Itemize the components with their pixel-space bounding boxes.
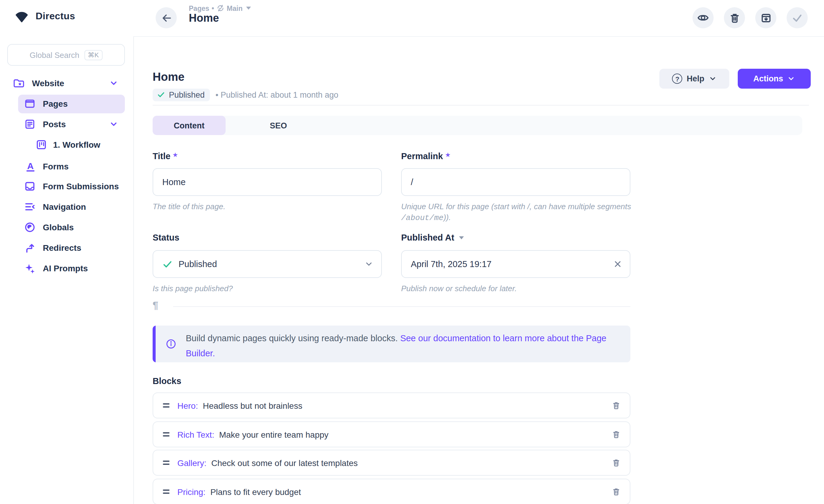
delete-block-button[interactable] xyxy=(611,429,621,439)
version-sync-icon xyxy=(217,4,224,12)
tab-bar: Content SEO xyxy=(152,116,802,135)
sidebar-item-posts[interactable]: Posts xyxy=(0,115,133,134)
published-at-input[interactable]: April 7th, 2025 19:17 xyxy=(401,250,630,278)
kanban-icon xyxy=(35,139,47,150)
header-divider xyxy=(152,105,809,106)
window-icon xyxy=(24,98,35,109)
status-select[interactable]: Published xyxy=(152,250,382,278)
tab-content[interactable]: Content xyxy=(152,116,226,135)
chevron-down-icon xyxy=(709,75,716,83)
block-row-gallery[interactable]: Gallery: Check out some of our latest te… xyxy=(152,450,630,476)
sidebar-item-label: Form Submissions xyxy=(43,181,119,191)
sidebar-item-label: Website xyxy=(32,78,64,88)
status-select-value: Published xyxy=(179,259,217,269)
sidebar-item-navigation[interactable]: Navigation xyxy=(0,198,133,216)
redirect-arrow-icon xyxy=(24,242,35,254)
sidebar-item-label: Navigation xyxy=(43,202,86,212)
title-input[interactable]: Home xyxy=(152,168,382,196)
drag-handle-icon[interactable] xyxy=(163,461,170,465)
check-icon xyxy=(157,91,165,99)
status-field-label: Status xyxy=(152,233,180,242)
sidebar-item-form-submissions[interactable]: Form Submissions xyxy=(0,177,133,196)
delete-button[interactable] xyxy=(724,7,745,28)
paragraph-divider-icon: ¶ xyxy=(152,300,158,312)
drag-handle-icon[interactable] xyxy=(163,432,170,436)
breadcrumb-collection[interactable]: Pages xyxy=(189,5,209,12)
sidebar-item-label: 1. Workflow xyxy=(53,140,100,149)
drag-handle-icon[interactable] xyxy=(163,490,170,494)
permalink-input[interactable]: / xyxy=(401,168,630,196)
help-button[interactable]: ? Help xyxy=(659,69,729,89)
sidebar-item-label: Forms xyxy=(43,161,69,171)
brand: Directus xyxy=(14,10,75,22)
sparkles-icon xyxy=(24,263,35,274)
check-icon xyxy=(162,259,173,269)
document-title: Home xyxy=(189,12,219,25)
chevron-down-icon[interactable] xyxy=(109,79,118,88)
clear-icon[interactable] xyxy=(613,260,622,268)
chevron-down-icon xyxy=(788,75,795,83)
global-search-input[interactable]: Global Search ⌘K xyxy=(7,44,125,66)
delete-block-button[interactable] xyxy=(611,487,621,497)
status-helper: Is this page published? xyxy=(152,283,233,294)
archive-button[interactable] xyxy=(755,7,776,28)
published-at-field-label: Published At xyxy=(401,233,464,242)
trash-icon xyxy=(611,487,621,497)
dropdown-triangle-icon[interactable] xyxy=(459,236,464,239)
field-label-text: Status xyxy=(152,233,180,242)
sidebar-item-redirects[interactable]: Redirects xyxy=(0,238,133,257)
sidebar-item-globals[interactable]: Globals xyxy=(0,218,133,237)
breadcrumb[interactable]: Pages • Main xyxy=(189,4,251,12)
sidebar-item-pages[interactable]: Pages xyxy=(0,94,133,113)
preview-button[interactable] xyxy=(693,7,714,28)
sidebar-item-ai-prompts[interactable]: AI Prompts xyxy=(0,259,133,278)
delete-block-button[interactable] xyxy=(611,400,621,410)
save-button[interactable] xyxy=(787,7,808,28)
help-button-label: Help xyxy=(687,74,705,83)
list-collapse-icon xyxy=(24,201,35,213)
permalink-field-label: Permalink ★ xyxy=(401,151,450,161)
sidebar-item-workflow[interactable]: 1. Workflow xyxy=(0,135,133,154)
sidebar-item-label: Pages xyxy=(43,99,68,109)
folder-star-icon xyxy=(13,77,25,89)
block-row-hero[interactable]: Hero: Headless but not brainless xyxy=(152,392,630,418)
trash-icon xyxy=(728,12,740,24)
published-at-value: April 7th, 2025 19:17 xyxy=(411,259,492,269)
trash-icon xyxy=(611,458,621,468)
eye-icon xyxy=(697,11,709,24)
actions-button[interactable]: Actions xyxy=(738,69,811,89)
arrow-left-icon xyxy=(160,12,172,24)
banner-accent-bar xyxy=(152,326,156,362)
block-type-label: Hero: xyxy=(177,401,198,410)
breadcrumb-version[interactable]: Main xyxy=(227,5,242,12)
block-row-rich-text[interactable]: Rich Text: Make your entire team happy xyxy=(152,421,630,447)
status-badge: Published xyxy=(152,88,210,101)
drag-handle-icon[interactable] xyxy=(163,403,170,407)
trash-icon xyxy=(611,400,621,410)
field-label-text: Published At xyxy=(401,233,454,242)
question-mark-icon: ? xyxy=(672,74,683,84)
permalink-helper: Unique URL for this page (start with /, … xyxy=(401,201,638,224)
published-meta: • Published At: about 1 month ago xyxy=(216,90,338,99)
banner-message: Build dynamic pages quickly using ready-… xyxy=(186,334,400,343)
back-button[interactable] xyxy=(156,7,177,28)
chevron-down-icon[interactable] xyxy=(109,120,118,129)
tab-seo[interactable]: SEO xyxy=(241,116,316,135)
info-icon xyxy=(166,339,176,349)
check-icon xyxy=(791,11,804,24)
sidebar-item-forms[interactable]: A Forms xyxy=(0,157,133,176)
divider-line xyxy=(173,306,630,307)
delete-block-button[interactable] xyxy=(611,458,621,468)
required-star-icon: ★ xyxy=(173,152,178,158)
block-title: Check out some of our latest templates xyxy=(211,458,358,468)
dropdown-triangle-icon xyxy=(246,7,251,10)
page-title: Home xyxy=(152,71,185,84)
sidebar-item-website[interactable]: Website xyxy=(0,74,133,93)
article-icon xyxy=(24,118,35,130)
block-row-pricing[interactable]: Pricing: Plans to fit every budget xyxy=(152,479,630,504)
globe-icon xyxy=(24,222,35,233)
sidebar-item-label: Globals xyxy=(43,223,74,232)
sidebar: Directus Global Search ⌘K Website Pages xyxy=(0,0,134,504)
status-badge-label: Published xyxy=(169,90,205,99)
global-search-placeholder: Global Search xyxy=(29,50,79,59)
